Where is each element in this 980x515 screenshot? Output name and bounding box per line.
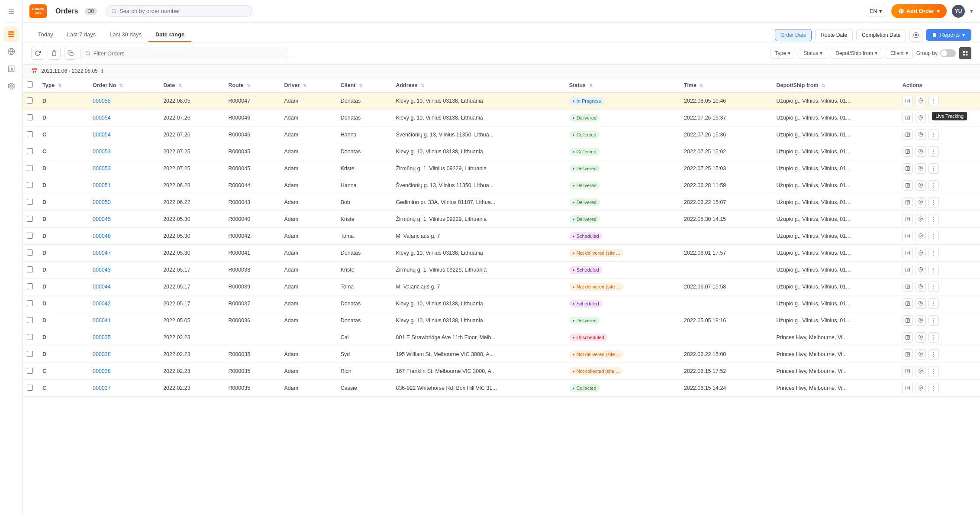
action-location-icon[interactable]	[916, 298, 926, 309]
depot-filter-button[interactable]: Depot/Ship from ▾	[831, 48, 882, 59]
action-location-icon[interactable]	[916, 349, 926, 360]
delete-button[interactable]	[48, 47, 61, 60]
row-order-no[interactable]: 000048	[88, 228, 159, 245]
col-time[interactable]: Time ⇅	[680, 78, 772, 93]
sidebar-icon-settings[interactable]	[3, 78, 19, 94]
language-button[interactable]: EN ▾	[866, 6, 886, 16]
action-document-icon[interactable]	[903, 163, 913, 174]
action-more-icon[interactable]: ⋮	[928, 298, 939, 309]
filter-orders-input[interactable]	[93, 50, 284, 57]
row-order-no[interactable]: 000038	[88, 363, 159, 380]
row-checkbox[interactable]	[27, 368, 33, 374]
status-filter-button[interactable]: Status ▾	[799, 48, 827, 59]
tab-last7[interactable]: Last 7 days	[60, 28, 103, 42]
col-address[interactable]: Address ⇅	[391, 78, 564, 93]
row-checkbox[interactable]	[27, 216, 33, 222]
row-order-no[interactable]: 000054	[88, 110, 159, 126]
row-order-no[interactable]: 000050	[88, 194, 159, 211]
sidebar-icon-routes[interactable]	[3, 44, 19, 59]
action-document-icon[interactable]	[903, 231, 913, 241]
action-document-icon[interactable]	[903, 383, 913, 393]
row-order-no[interactable]: 000047	[88, 245, 159, 262]
row-checkbox[interactable]	[27, 317, 33, 323]
action-more-icon[interactable]: ⋮	[928, 315, 939, 326]
action-location-icon[interactable]	[916, 231, 926, 241]
settings-button[interactable]	[909, 29, 922, 42]
row-order-no[interactable]: 000035	[88, 329, 159, 346]
row-order-no[interactable]: 000045	[88, 211, 159, 228]
row-order-no[interactable]: 000051	[88, 177, 159, 194]
action-document-icon[interactable]	[903, 265, 913, 275]
action-more-icon[interactable]: ⋮	[928, 163, 939, 174]
action-more-icon[interactable]: ⋮	[928, 96, 939, 106]
action-more-icon[interactable]: ⋮	[928, 146, 939, 157]
tab-daterange[interactable]: Date range	[148, 28, 191, 42]
action-document-icon[interactable]	[903, 349, 913, 360]
row-checkbox[interactable]	[27, 182, 33, 188]
col-date[interactable]: Date ⇅	[159, 78, 224, 93]
action-more-icon[interactable]: ⋮	[928, 231, 939, 241]
row-checkbox[interactable]	[27, 351, 33, 357]
action-document-icon[interactable]	[903, 180, 913, 191]
row-checkbox[interactable]	[27, 385, 33, 391]
client-filter-button[interactable]: Client ▾	[886, 48, 913, 59]
tab-today[interactable]: Today	[31, 28, 60, 42]
group-by-toggle[interactable]	[940, 49, 956, 57]
action-location-icon[interactable]	[916, 366, 926, 376]
action-more-icon[interactable]: ⋮	[928, 113, 939, 123]
row-checkbox[interactable]	[27, 131, 33, 137]
row-order-no[interactable]: 000043	[88, 262, 159, 279]
row-checkbox[interactable]	[27, 165, 33, 171]
type-filter-button[interactable]: Type ▾	[770, 48, 795, 59]
action-more-icon[interactable]: ⋮	[928, 197, 939, 207]
row-order-no[interactable]: 000053	[88, 143, 159, 160]
action-document-icon[interactable]	[903, 248, 913, 258]
action-location-icon[interactable]	[916, 163, 926, 174]
action-more-icon[interactable]: ⋮	[928, 130, 939, 140]
row-order-no[interactable]: 000042	[88, 295, 159, 312]
completion-date-button[interactable]: Completion Date	[856, 29, 906, 41]
avatar-chevron[interactable]: ▾	[970, 8, 973, 14]
refresh-button[interactable]	[31, 47, 44, 60]
action-document-icon[interactable]	[903, 366, 913, 376]
select-all-checkbox[interactable]	[27, 81, 33, 87]
row-checkbox[interactable]	[27, 199, 33, 205]
order-date-button[interactable]: Order Date	[775, 29, 812, 41]
action-document-icon[interactable]	[903, 146, 913, 157]
grid-view-button[interactable]	[959, 47, 971, 59]
col-client[interactable]: Client ⇅	[336, 78, 392, 93]
col-depot[interactable]: Depot/Ship from ⇅	[772, 78, 898, 93]
action-document-icon[interactable]	[903, 282, 913, 292]
action-location-icon[interactable]	[916, 130, 926, 140]
action-more-icon[interactable]: ⋮	[928, 214, 939, 224]
action-document-icon[interactable]	[903, 130, 913, 140]
action-location-icon[interactable]	[916, 332, 926, 343]
route-date-button[interactable]: Route Date	[815, 29, 853, 41]
row-checkbox[interactable]	[27, 334, 33, 340]
filter-input-container[interactable]	[81, 48, 288, 59]
action-more-icon[interactable]: ⋮	[928, 349, 939, 360]
col-route[interactable]: Route ⇅	[224, 78, 280, 93]
row-checkbox[interactable]	[27, 233, 33, 239]
row-checkbox[interactable]	[27, 249, 33, 256]
copy-button[interactable]	[64, 47, 77, 60]
row-checkbox[interactable]	[27, 114, 33, 120]
action-location-icon[interactable]	[916, 265, 926, 275]
action-location-icon[interactable]	[916, 282, 926, 292]
action-document-icon[interactable]	[903, 197, 913, 207]
action-more-icon[interactable]: ⋮	[928, 265, 939, 275]
reports-button[interactable]: Reports ▾	[926, 29, 971, 41]
row-checkbox[interactable]	[27, 148, 33, 154]
action-document-icon[interactable]	[903, 332, 913, 343]
add-order-button[interactable]: ⊕ Add Order ▾	[891, 4, 947, 18]
col-driver[interactable]: Driver ⇅	[280, 78, 336, 93]
action-location-icon[interactable]	[916, 146, 926, 157]
sidebar-icon-reports[interactable]	[3, 61, 19, 77]
action-location-icon[interactable]	[916, 180, 926, 191]
row-order-no[interactable]: 000044	[88, 279, 159, 295]
action-document-icon[interactable]	[903, 315, 913, 326]
action-location-icon[interactable]	[916, 315, 926, 326]
row-order-no[interactable]: 000053	[88, 160, 159, 177]
col-status[interactable]: Status ⇅	[565, 78, 680, 93]
table-container[interactable]: Type ⇅ Order No ⇅ Date ⇅ Route ⇅ Driver …	[23, 78, 980, 515]
